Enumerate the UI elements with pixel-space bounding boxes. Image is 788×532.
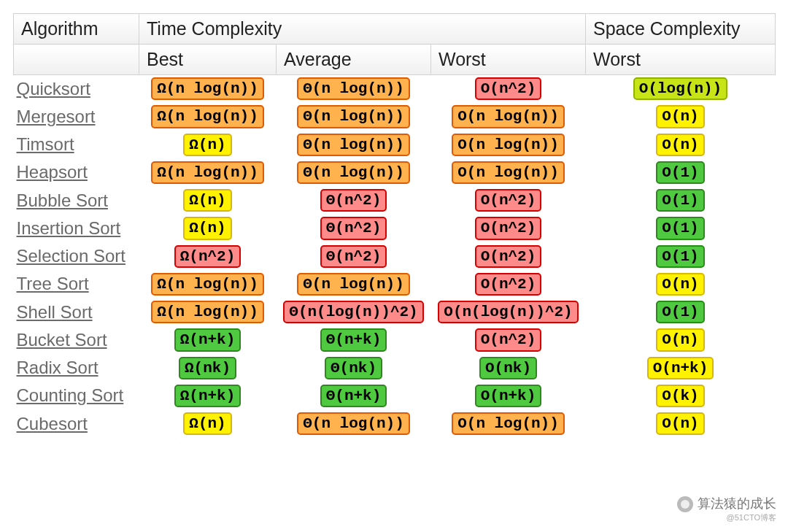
table-row: Insertion SortΩ(n)Θ(n^2)O(n^2)O(1)	[14, 215, 776, 242]
avg-complexity: Θ(n log(n))	[297, 161, 410, 184]
best-complexity: Ω(n+k)	[174, 328, 242, 351]
best-complexity: Ω(n log(n))	[151, 161, 264, 184]
table-row: HeapsortΩ(n log(n))Θ(n log(n))O(n log(n)…	[14, 159, 776, 187]
avg-complexity: Θ(n^2)	[320, 217, 387, 239]
algorithm-link[interactable]: Shell Sort	[17, 302, 93, 322]
space-complexity: O(1)	[656, 217, 704, 239]
worst-complexity: O(n log(n))	[452, 134, 565, 156]
space-complexity: O(n)	[656, 105, 704, 128]
algorithm-link[interactable]: Insertion Sort	[17, 218, 121, 238]
best-complexity: Ω(n)	[183, 412, 231, 435]
best-complexity: Ω(n)	[183, 217, 231, 239]
avg-complexity: Θ(n^2)	[320, 245, 387, 268]
space-complexity: O(1)	[656, 189, 704, 212]
header-space-worst: Worst	[586, 45, 776, 75]
space-complexity: O(n)	[656, 412, 704, 435]
table-row: Selection SortΩ(n^2)Θ(n^2)O(n^2)O(1)	[14, 243, 776, 271]
best-complexity: Ω(n^2)	[174, 245, 242, 268]
table-row: Tree SortΩ(n log(n))Θ(n log(n))O(n^2)O(n…	[14, 271, 776, 298]
avg-complexity: Θ(n log(n))	[297, 134, 410, 156]
algorithm-link[interactable]: Tree Sort	[17, 274, 89, 293]
space-complexity: O(1)	[656, 301, 704, 323]
worst-complexity: O(n log(n))	[452, 105, 565, 128]
header-time: Time Complexity	[139, 14, 586, 45]
best-complexity: Ω(n+k)	[174, 385, 242, 407]
table-row: Radix SortΩ(nk)Θ(nk)O(nk)O(n+k)	[14, 355, 776, 382]
complexity-table: Algorithm Time Complexity Space Complexi…	[13, 13, 776, 438]
worst-complexity: O(n^2)	[475, 77, 542, 100]
space-complexity: O(k)	[656, 385, 704, 407]
worst-complexity: O(n(log(n))^2)	[438, 301, 578, 323]
worst-complexity: O(n log(n))	[452, 161, 565, 184]
algorithm-link[interactable]: Quicksort	[17, 79, 90, 99]
avg-complexity: Θ(nk)	[325, 357, 382, 379]
worst-complexity: O(n^2)	[475, 328, 542, 351]
table-row: CubesortΩ(n)Θ(n log(n))O(n log(n))O(n)	[14, 410, 776, 438]
avg-complexity: Θ(n+k)	[320, 385, 387, 407]
worst-complexity: O(n+k)	[475, 385, 542, 407]
algorithm-link[interactable]: Counting Sort	[17, 385, 124, 405]
algorithm-link[interactable]: Cubesort	[17, 414, 88, 433]
best-complexity: Ω(n log(n))	[151, 273, 264, 296]
worst-complexity: O(n^2)	[475, 273, 542, 296]
table-row: Bubble SortΩ(n)Θ(n^2)O(n^2)O(1)	[14, 187, 776, 215]
algorithm-link[interactable]: Bubble Sort	[17, 190, 108, 210]
avg-complexity: Θ(n(log(n))^2)	[283, 301, 423, 323]
header-best: Best	[139, 45, 277, 75]
best-complexity: Ω(nk)	[179, 357, 236, 379]
avg-complexity: Θ(n log(n))	[297, 412, 410, 435]
space-complexity: O(log(n))	[633, 77, 727, 100]
header-algorithm: Algorithm	[14, 14, 139, 45]
space-complexity: O(n)	[656, 328, 704, 351]
worst-complexity: O(n log(n))	[452, 412, 565, 435]
table-row: TimsortΩ(n)Θ(n log(n))O(n log(n))O(n)	[14, 131, 776, 159]
space-complexity: O(n)	[656, 273, 704, 296]
worst-complexity: O(n^2)	[475, 217, 542, 239]
table-row: Bucket SortΩ(n+k)Θ(n+k)O(n^2)O(n)	[14, 326, 776, 354]
space-complexity: O(n)	[656, 134, 704, 156]
avg-complexity: Θ(n log(n))	[297, 273, 410, 296]
header-average: Average	[277, 45, 431, 75]
algorithm-link[interactable]: Bucket Sort	[17, 330, 107, 350]
worst-complexity: O(n^2)	[475, 189, 542, 212]
best-complexity: Ω(n)	[183, 189, 231, 212]
algorithm-link[interactable]: Selection Sort	[17, 246, 125, 266]
space-complexity: O(1)	[656, 245, 704, 268]
algorithm-link[interactable]: Mergesort	[17, 107, 96, 126]
avg-complexity: Θ(n^2)	[320, 189, 387, 212]
best-complexity: Ω(n log(n))	[151, 301, 264, 323]
algorithm-link[interactable]: Radix Sort	[17, 358, 98, 377]
table-row: MergesortΩ(n log(n))Θ(n log(n))O(n log(n…	[14, 103, 776, 131]
avg-complexity: Θ(n+k)	[320, 328, 387, 351]
table-row: Counting SortΩ(n+k)Θ(n+k)O(n+k)O(k)	[14, 382, 776, 410]
table-row: Shell SortΩ(n log(n))Θ(n(log(n))^2)O(n(l…	[14, 298, 776, 326]
header-blank	[14, 45, 139, 75]
table-row: QuicksortΩ(n log(n))Θ(n log(n))O(n^2)O(l…	[14, 75, 776, 104]
worst-complexity: O(nk)	[479, 357, 537, 379]
avg-complexity: Θ(n log(n))	[297, 77, 410, 100]
best-complexity: Ω(n log(n))	[151, 105, 264, 128]
header-worst: Worst	[431, 45, 586, 75]
best-complexity: Ω(n)	[183, 134, 231, 156]
best-complexity: Ω(n log(n))	[151, 77, 264, 100]
space-complexity: O(1)	[656, 161, 704, 184]
worst-complexity: O(n^2)	[475, 245, 542, 268]
avg-complexity: Θ(n log(n))	[297, 105, 410, 128]
space-complexity: O(n+k)	[647, 357, 714, 379]
header-space: Space Complexity	[586, 14, 776, 45]
algorithm-link[interactable]: Timsort	[17, 134, 74, 154]
algorithm-link[interactable]: Heapsort	[17, 162, 88, 182]
